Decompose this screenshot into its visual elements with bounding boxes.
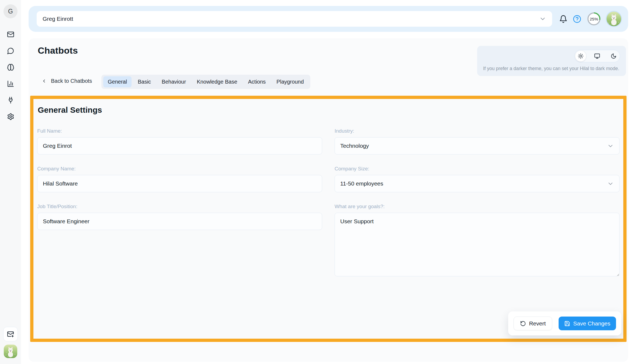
tab-behaviour[interactable]: Behaviour <box>157 76 191 87</box>
tab-knowledge-base[interactable]: Knowledge Base <box>192 76 242 87</box>
goals-label: What are your goals?: <box>335 204 620 210</box>
chevron-left-icon <box>42 78 47 84</box>
tab-bar: General Basic Behaviour Knowledge Base A… <box>101 75 310 89</box>
save-button-label: Save Changes <box>573 320 610 327</box>
goals-field: What are your goals?: User Support <box>335 204 620 277</box>
rotate-ccw-icon <box>520 321 526 327</box>
sidebar-item-integrations[interactable] <box>7 97 14 104</box>
save-changes-button[interactable]: Save Changes <box>559 317 616 330</box>
revert-button[interactable]: Revert <box>514 317 552 330</box>
theme-light-button[interactable] <box>575 51 586 61</box>
save-icon <box>564 321 570 327</box>
bar-chart-icon <box>7 80 14 87</box>
full-name-field: Full Name: <box>37 128 322 154</box>
plug-icon <box>7 97 14 104</box>
theme-hint-text: If you prefer a darker theme, you can se… <box>483 66 620 71</box>
bell-icon <box>559 15 567 23</box>
company-size-label: Company Size: <box>335 166 620 172</box>
job-title-field: Job Title/Position: <box>37 204 322 277</box>
revert-button-label: Revert <box>529 320 546 327</box>
mail-plus-icon <box>7 331 14 338</box>
tab-basic[interactable]: Basic <box>133 76 156 87</box>
compose-mail-button[interactable] <box>3 327 18 341</box>
back-link[interactable]: Back to Chatbots <box>42 78 92 84</box>
tab-general[interactable]: General <box>103 76 132 87</box>
topbar-icons: 25% <box>559 12 621 26</box>
section-title: General Settings <box>38 105 620 115</box>
workspace-initial-avatar[interactable]: G <box>4 4 18 18</box>
sidebar-item-ai[interactable] <box>7 64 14 71</box>
sidebar-profile-avatar[interactable] <box>4 345 17 358</box>
company-size-select-value: 11-50 employees <box>340 180 383 187</box>
topbar-profile-avatar[interactable] <box>607 12 621 26</box>
tab-playground[interactable]: Playground <box>272 76 308 87</box>
chat-bubble-icon <box>7 47 14 54</box>
theme-system-button[interactable] <box>592 51 603 61</box>
chevron-down-icon <box>539 15 546 22</box>
sidebar-item-mail[interactable] <box>7 31 14 38</box>
sidebar-item-settings[interactable] <box>7 113 14 120</box>
actions-card: Revert Save Changes <box>508 311 621 335</box>
brain-icon <box>7 64 14 71</box>
sidebar-item-chat[interactable] <box>7 47 14 54</box>
user-select[interactable]: Greg Einrott <box>37 11 552 27</box>
theme-switch <box>574 50 620 62</box>
help-circle-icon <box>573 15 581 23</box>
settings-form: Full Name: Industry: Technology Company … <box>37 128 620 277</box>
general-settings-section: General Settings Full Name: Industry: Te… <box>30 96 627 342</box>
full-name-input[interactable] <box>37 137 322 154</box>
gear-icon <box>7 113 14 120</box>
full-name-label: Full Name: <box>37 128 322 134</box>
usage-percent-label: 25% <box>590 17 598 21</box>
topbar: Greg Einrott 25% <box>29 6 628 32</box>
theme-card: If you prefer a darker theme, you can se… <box>477 46 626 76</box>
company-name-label: Company Name: <box>37 166 322 172</box>
job-title-input[interactable] <box>37 213 322 230</box>
back-link-label: Back to Chatbots <box>51 78 92 84</box>
chevron-down-icon <box>607 180 614 187</box>
job-title-label: Job Title/Position: <box>37 204 322 210</box>
sidebar-item-analytics[interactable] <box>7 80 14 87</box>
company-size-field: Company Size: 11-50 employees <box>335 166 620 192</box>
industry-select-value: Technology <box>340 143 369 149</box>
sun-icon <box>578 53 584 59</box>
industry-select[interactable]: Technology <box>335 137 620 154</box>
chevron-down-icon <box>607 143 614 149</box>
dog-avatar-image <box>4 345 17 358</box>
theme-dark-button[interactable] <box>608 51 619 61</box>
company-name-input[interactable] <box>37 175 322 192</box>
dog-avatar-image <box>607 12 621 26</box>
main-area: Greg Einrott 25% <box>21 0 633 364</box>
content-card: Chatbots Back to Chatbots <box>29 38 628 362</box>
tab-actions[interactable]: Actions <box>243 76 270 87</box>
notifications-button[interactable] <box>559 15 567 23</box>
goals-textarea[interactable]: User Support <box>335 213 620 276</box>
company-name-field: Company Name: <box>37 166 322 192</box>
monitor-icon <box>594 53 600 59</box>
sidebar-nav <box>7 31 14 120</box>
mail-icon <box>7 31 14 38</box>
moon-icon <box>611 53 617 59</box>
company-size-select[interactable]: 11-50 employees <box>335 175 620 192</box>
industry-field: Industry: Technology <box>335 128 620 154</box>
sidebar: G <box>0 0 21 364</box>
usage-progress-ring[interactable]: 25% <box>587 12 601 26</box>
user-select-value: Greg Einrott <box>43 16 73 22</box>
industry-label: Industry: <box>335 128 620 134</box>
help-button[interactable] <box>573 15 581 23</box>
